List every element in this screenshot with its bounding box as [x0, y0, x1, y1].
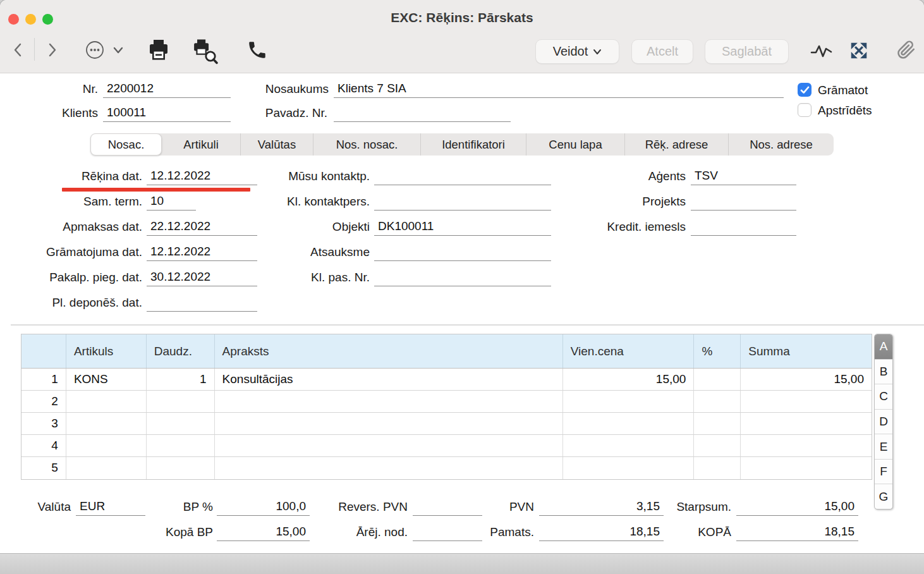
pct-cell[interactable] [693, 369, 740, 390]
daudz-cell[interactable] [146, 457, 214, 479]
tab-valutas[interactable]: Valūtas [240, 133, 313, 156]
daudz-cell[interactable] [146, 391, 214, 412]
table-row[interactable]: 5 [21, 457, 872, 479]
row-number-cell: 5 [21, 457, 66, 479]
summa-cell[interactable] [740, 391, 872, 412]
kl-pas-nr-label: Kl. pas. Nr. [269, 269, 370, 286]
table-row[interactable]: 2 [21, 391, 872, 413]
daudz-cell[interactable] [146, 435, 214, 456]
col-artikuls-header[interactable]: Artikuls [66, 334, 146, 368]
print-preview-button[interactable] [191, 38, 218, 64]
summa-cell[interactable] [740, 457, 872, 479]
col-daudz-header[interactable]: Daudz. [146, 334, 214, 368]
expand-button[interactable] [850, 42, 868, 59]
phone-button[interactable] [246, 39, 268, 61]
vien-cena-cell[interactable]: 15,00 [562, 369, 694, 390]
flip-tab-e[interactable]: E [875, 434, 892, 459]
activity-button[interactable] [810, 42, 833, 60]
pct-cell[interactable] [693, 413, 740, 434]
daudz-cell[interactable]: 1 [146, 369, 214, 390]
flip-tab-b[interactable]: B [875, 359, 892, 384]
col-apraksts-header[interactable]: Apraksts [214, 334, 562, 368]
vien-cena-cell[interactable] [562, 391, 694, 412]
apstridets-checkbox[interactable] [798, 103, 812, 117]
atsauksme-field[interactable] [374, 243, 551, 261]
starpsum-label: Starpsum. [630, 498, 731, 515]
daudz-cell[interactable] [146, 413, 214, 434]
artikuls-cell[interactable] [66, 391, 146, 412]
vien-cena-cell[interactable] [562, 435, 694, 456]
nr-field[interactable]: 2200012 [103, 80, 231, 98]
flip-tab-c[interactable]: C [875, 384, 892, 409]
flip-tab-f[interactable]: F [875, 459, 892, 484]
col-summa-header[interactable]: Summa [740, 334, 872, 368]
back-button[interactable] [10, 42, 27, 58]
apraksts-cell[interactable]: Konsultācijas [214, 369, 562, 390]
pl-deponesh-dat-field[interactable] [147, 294, 257, 312]
kredit-iemesls-field[interactable] [691, 218, 796, 236]
col-vien-cena-header[interactable]: Vien.cena [562, 334, 694, 368]
agents-field[interactable]: TSV [691, 168, 796, 185]
operations-menu-caret[interactable] [112, 46, 124, 54]
summa-cell[interactable] [740, 413, 872, 434]
atcelt-button[interactable]: Atcelt [631, 39, 693, 64]
apraksts-cell[interactable] [214, 435, 562, 456]
kl-kontaktpers-field[interactable] [374, 193, 551, 211]
apraksts-cell[interactable] [214, 457, 562, 479]
forward-button[interactable] [44, 42, 60, 58]
projekts-field[interactable] [691, 193, 796, 211]
nosaukums-field[interactable]: Klients 7 SIA [334, 80, 784, 98]
artikuls-cell[interactable] [66, 457, 146, 479]
flip-tab-g[interactable]: G [875, 484, 892, 509]
expand-arrows-icon [850, 42, 868, 59]
artikuls-cell[interactable]: KONS [66, 369, 146, 390]
flip-tab-d[interactable]: D [875, 409, 892, 434]
saglabat-button[interactable]: Saglabāt [705, 39, 789, 64]
vien-cena-cell[interactable] [562, 457, 694, 479]
summa-cell[interactable]: 15,00 [740, 369, 872, 390]
tab-nosac[interactable]: Nosac. [90, 133, 162, 156]
operations-menu-button[interactable] [85, 40, 105, 60]
row-number-cell: 2 [21, 391, 66, 412]
phone-icon [246, 39, 268, 61]
apmaksas-dat-field[interactable]: 22.12.2022 [147, 218, 257, 236]
pavadz-nr-field[interactable] [334, 104, 511, 122]
rekina-dat-field[interactable]: 12.12.2022 [147, 168, 257, 185]
apraksts-cell[interactable] [214, 391, 562, 412]
flip-tab-a[interactable]: A [875, 334, 892, 359]
table-row[interactable]: 1 KONS 1 Konsultācijas 15,00 15,00 [21, 369, 872, 391]
summa-cell[interactable] [740, 435, 872, 456]
row-number-cell: 4 [21, 435, 66, 456]
tab-cenu-lapa[interactable]: Cenu lapa [526, 133, 624, 156]
col-pct-header[interactable]: % [693, 334, 740, 368]
saglabat-button-label: Saglabāt [722, 44, 772, 59]
bp-pct-label: BP % [112, 498, 213, 515]
tab-nos-adrese[interactable]: Nos. adrese [728, 133, 834, 156]
pct-cell[interactable] [693, 435, 740, 456]
table-row[interactable]: 3 [21, 413, 872, 435]
print-button[interactable] [147, 38, 171, 62]
veidot-button[interactable]: Veidot [535, 39, 619, 64]
arej-nod-label: Ārēj. nod. [307, 523, 408, 540]
musu-kontaktp-field[interactable] [374, 168, 551, 185]
artikuls-cell[interactable] [66, 435, 146, 456]
pct-cell[interactable] [693, 457, 740, 479]
tab-rek-adrese[interactable]: Rēķ. adrese [624, 133, 728, 156]
attachments-button[interactable] [897, 40, 916, 59]
tab-nos-nosac[interactable]: Nos. nosac. [313, 133, 420, 156]
bp-pct-field[interactable]: 100,0 [217, 498, 310, 516]
table-row[interactable]: 4 [21, 435, 872, 457]
artikuls-cell[interactable] [66, 413, 146, 434]
tab-artikuli[interactable]: Artikuli [162, 133, 240, 156]
gramatot-checkbox[interactable] [798, 83, 812, 97]
tab-identifikatori[interactable]: Identifikatori [420, 133, 526, 156]
vien-cena-cell[interactable] [562, 413, 694, 434]
pct-cell[interactable] [693, 391, 740, 412]
pakalp-pieg-dat-field[interactable]: 30.12.2022 [147, 269, 257, 286]
objekti-field[interactable]: DK100011 [374, 218, 551, 236]
gramatojuma-dat-field[interactable]: 12.12.2022 [147, 243, 257, 261]
sam-term-field[interactable]: 10 [147, 193, 196, 211]
kl-pas-nr-field[interactable] [374, 269, 551, 286]
apraksts-cell[interactable] [214, 413, 562, 434]
klients-field[interactable]: 100011 [103, 104, 231, 122]
